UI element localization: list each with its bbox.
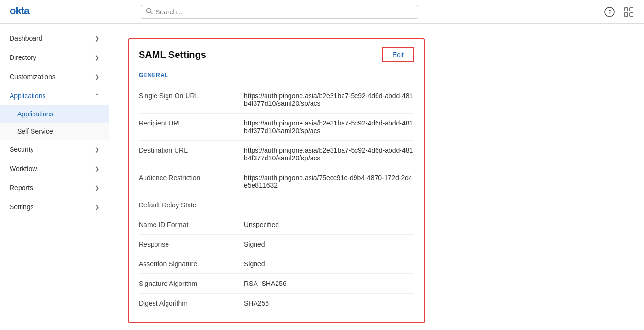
chevron-down-icon: ❯ [95, 35, 99, 42]
field-value: RSA_SHA256 [244, 280, 287, 287]
field-label: Name ID Format [139, 221, 244, 228]
sidebar-item-workflow-label: Workflow [10, 165, 37, 172]
field-row: Assertion SignatureSigned [139, 254, 414, 274]
saml-card-header: SAML Settings Edit [129, 39, 424, 70]
chevron-down-icon: ❯ [95, 185, 99, 191]
field-value: https://auth.pingone.asia/b2e31ba7-5c92-… [244, 147, 414, 162]
sidebar-item-applications-label: Applications [10, 92, 46, 100]
svg-rect-7 [624, 13, 628, 16]
field-value: Unspecified [244, 221, 279, 228]
grid-icon[interactable] [623, 6, 634, 18]
fields-container: Single Sign On URLhttps://auth.pingone.a… [139, 86, 414, 313]
field-label: Assertion Signature [139, 260, 244, 268]
sidebar-item-directory[interactable]: Directory ❯ [0, 48, 109, 67]
top-nav: okta ? [0, 0, 644, 24]
general-section-label: GENERAL [139, 72, 414, 79]
sidebar-item-directory-label: Directory [10, 54, 36, 61]
field-label: Signature Algorithm [139, 280, 244, 287]
chevron-down-icon: ❯ [95, 74, 99, 80]
svg-text:okta: okta [10, 5, 30, 17]
sidebar-item-customizations-label: Customizations [10, 73, 56, 80]
field-label: Audience Restriction [139, 174, 244, 182]
field-row: Default Relay State [139, 195, 414, 215]
help-icon[interactable]: ? [604, 6, 615, 18]
search-icon [146, 8, 153, 16]
sidebar-item-settings-label: Settings [10, 203, 34, 211]
field-value: Signed [244, 260, 265, 268]
sidebar-item-security[interactable]: Security ❯ [0, 140, 109, 159]
svg-rect-6 [630, 8, 633, 11]
sidebar-item-applications[interactable]: Applications ⌃ [0, 86, 109, 105]
sidebar-item-dashboard[interactable]: Dashboard ❯ [0, 29, 109, 48]
svg-rect-8 [630, 13, 633, 16]
field-row: Recipient URLhttps://auth.pingone.asia/b… [139, 114, 414, 141]
saml-title: SAML Settings [139, 49, 206, 60]
nav-right: ? [604, 6, 634, 18]
field-row: Name ID FormatUnspecified [139, 215, 414, 235]
field-label: Recipient URL [139, 119, 244, 127]
chevron-down-icon: ❯ [95, 55, 99, 61]
sidebar-item-reports[interactable]: Reports ❯ [0, 178, 109, 197]
saml-body: GENERAL Single Sign On URLhttps://auth.p… [129, 72, 424, 322]
chevron-down-icon: ❯ [95, 147, 99, 153]
field-row: Digest AlgorithmSHA256 [139, 294, 414, 313]
field-value: Signed [244, 240, 265, 248]
sidebar-sub-item-self-service[interactable]: Self Service [0, 123, 109, 140]
search-bar[interactable] [141, 5, 418, 19]
chevron-up-icon: ⌃ [95, 93, 99, 99]
sidebar-item-settings[interactable]: Settings ❯ [0, 197, 109, 216]
sidebar-item-workflow[interactable]: Workflow ❯ [0, 159, 109, 178]
field-value: SHA256 [244, 299, 269, 307]
field-value: https://auth.pingone.asia/b2e31ba7-5c92-… [244, 119, 414, 135]
field-row: Audience Restrictionhttps://auth.pingone… [139, 168, 414, 195]
chevron-down-icon: ❯ [95, 204, 99, 210]
field-row: Single Sign On URLhttps://auth.pingone.a… [139, 86, 414, 114]
field-label: Digest Algorithm [139, 299, 244, 307]
field-value: https://auth.pingone.asia/75ecc91c-d9b4-… [244, 174, 414, 189]
search-input[interactable] [155, 8, 413, 16]
field-label: Single Sign On URL [139, 92, 244, 100]
field-row: Destination URLhttps://auth.pingone.asia… [139, 141, 414, 168]
field-value: https://auth.pingone.asia/b2e31ba7-5c92-… [244, 92, 414, 107]
layout: Dashboard ❯ Directory ❯ Customizations ❯… [0, 24, 644, 330]
svg-text:?: ? [608, 9, 611, 16]
svg-rect-5 [624, 8, 628, 11]
sidebar: Dashboard ❯ Directory ❯ Customizations ❯… [0, 24, 109, 330]
chevron-down-icon: ❯ [95, 166, 99, 172]
sidebar-item-security-label: Security [10, 146, 34, 153]
field-row: ResponseSigned [139, 235, 414, 254]
field-label: Default Relay State [139, 201, 244, 209]
main-content: SAML Settings Edit GENERAL Single Sign O… [109, 24, 644, 330]
sidebar-item-reports-label: Reports [10, 184, 33, 192]
field-row: Signature AlgorithmRSA_SHA256 [139, 274, 414, 294]
svg-line-2 [151, 12, 153, 14]
field-label: Response [139, 240, 244, 248]
sidebar-sub-item-applications[interactable]: Applications [0, 105, 109, 123]
sidebar-item-customizations[interactable]: Customizations ❯ [0, 67, 109, 86]
edit-button[interactable]: Edit [382, 47, 414, 62]
sidebar-sub-applications: Applications Self Service [0, 105, 109, 140]
sidebar-item-dashboard-label: Dashboard [10, 34, 43, 42]
okta-logo: okta [10, 4, 38, 20]
saml-settings-card: SAML Settings Edit GENERAL Single Sign O… [128, 38, 425, 323]
field-label: Destination URL [139, 147, 244, 154]
